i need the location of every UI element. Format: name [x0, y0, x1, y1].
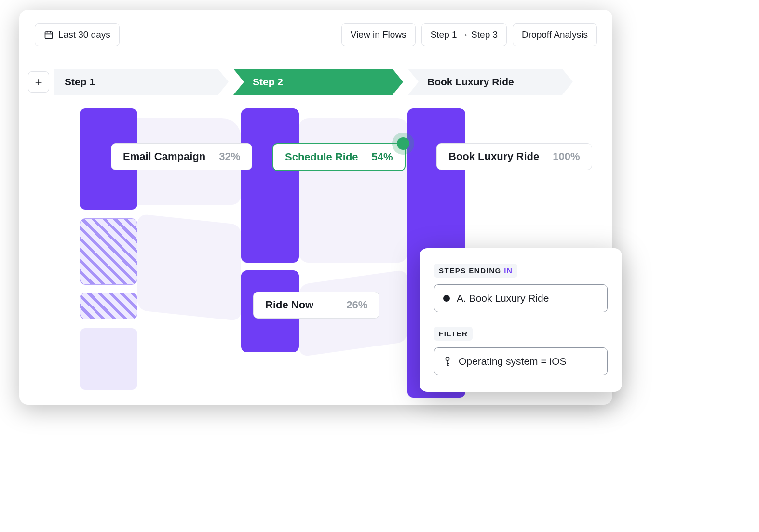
filter-card: STEPS ENDING IN A. Book Luxury Ride FILT…: [420, 248, 622, 392]
flow-band: [137, 214, 241, 321]
step-chip-3-label: Book Luxury Ride: [427, 76, 514, 88]
tag-book-label: Book Luxury Ride: [448, 150, 539, 163]
bar-step1-light[interactable]: [80, 328, 137, 390]
tag-book-pct: 100%: [553, 150, 580, 163]
filter-chip[interactable]: Operating system = iOS: [434, 347, 608, 375]
key-icon: [443, 356, 452, 367]
date-range-button[interactable]: Last 30 days: [35, 23, 120, 46]
step-chip-2[interactable]: Step 2: [233, 69, 403, 95]
dropoff-label: Dropoff Analysis: [522, 29, 588, 40]
tag-email-label: Email Campaign: [123, 150, 205, 163]
view-in-flows-label: View in Flows: [351, 29, 407, 40]
add-step-button[interactable]: +: [28, 71, 49, 93]
tag-book-luxury[interactable]: Book Luxury Ride 100%: [436, 143, 592, 170]
step-range-label: Step 1 → Step 3: [431, 29, 498, 40]
tag-schedule-ride[interactable]: Schedule Ride 54%: [272, 143, 406, 171]
date-range-label: Last 30 days: [58, 29, 110, 40]
active-dot-icon: [397, 137, 409, 150]
tag-schedule-pct: 54%: [372, 151, 393, 163]
tag-ridenow-pct: 26%: [346, 299, 367, 311]
tag-schedule-label: Schedule Ride: [285, 151, 358, 163]
bar-step1-hatched-a[interactable]: [80, 218, 137, 285]
ending-option-a[interactable]: A. Book Luxury Ride: [434, 284, 608, 312]
tag-ride-now[interactable]: Ride Now 26%: [253, 292, 380, 319]
filter-section-label: FILTER: [434, 327, 473, 341]
bar-step1-hatched-b[interactable]: [80, 293, 137, 319]
bar-step2-schedule[interactable]: [241, 108, 299, 263]
filter-section-text: FILTER: [439, 330, 468, 338]
dropoff-button[interactable]: Dropoff Analysis: [513, 23, 597, 46]
svg-rect-0: [45, 32, 53, 38]
step-chip-2-label: Step 2: [253, 76, 283, 88]
step-chip-1[interactable]: Step 1: [54, 69, 229, 95]
toolbar: Last 30 days View in Flows Step 1 → Step…: [19, 10, 612, 58]
calendar-icon: [44, 30, 54, 40]
steps-ending-accent: IN: [504, 266, 513, 275]
steps-row: + Step 1 Step 2 Book Luxury Ride: [19, 58, 612, 95]
flow-band: [299, 118, 407, 263]
step-chip-3[interactable]: Book Luxury Ride: [408, 69, 573, 95]
bullet-icon: [443, 295, 450, 302]
svg-point-4: [446, 357, 449, 361]
ending-option-a-label: A. Book Luxury Ride: [457, 293, 549, 304]
tag-email-pct: 32%: [219, 150, 240, 163]
step-chip-1-label: Step 1: [65, 76, 95, 88]
steps-ending-text: STEPS ENDING: [439, 266, 501, 275]
view-in-flows-button[interactable]: View in Flows: [341, 23, 416, 46]
filter-chip-label: Operating system = iOS: [459, 356, 567, 367]
steps-ending-label: STEPS ENDING IN: [434, 264, 517, 278]
tag-email-campaign[interactable]: Email Campaign 32%: [111, 143, 252, 170]
step-range-button[interactable]: Step 1 → Step 3: [421, 23, 507, 46]
tag-ridenow-label: Ride Now: [265, 299, 313, 311]
